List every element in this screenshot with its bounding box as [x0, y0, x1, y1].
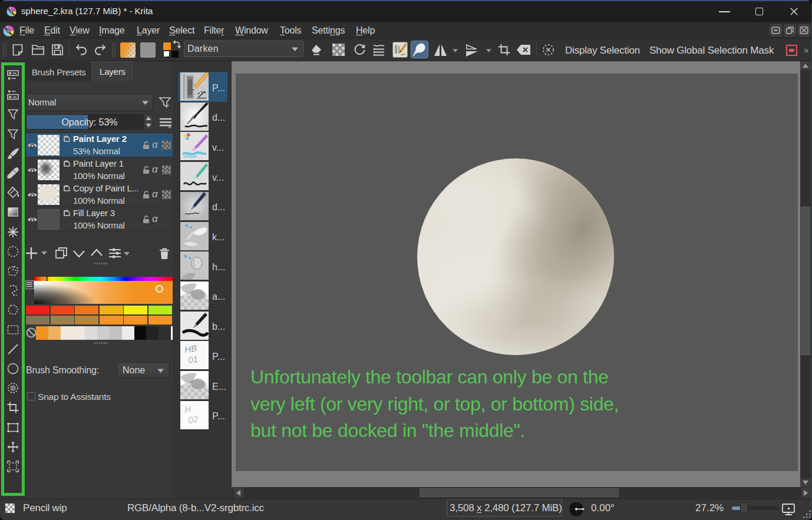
svg-text:02: 02 [187, 414, 199, 425]
svg-text:01: 01 [187, 354, 199, 365]
svg-text:HB: HB [184, 343, 197, 355]
